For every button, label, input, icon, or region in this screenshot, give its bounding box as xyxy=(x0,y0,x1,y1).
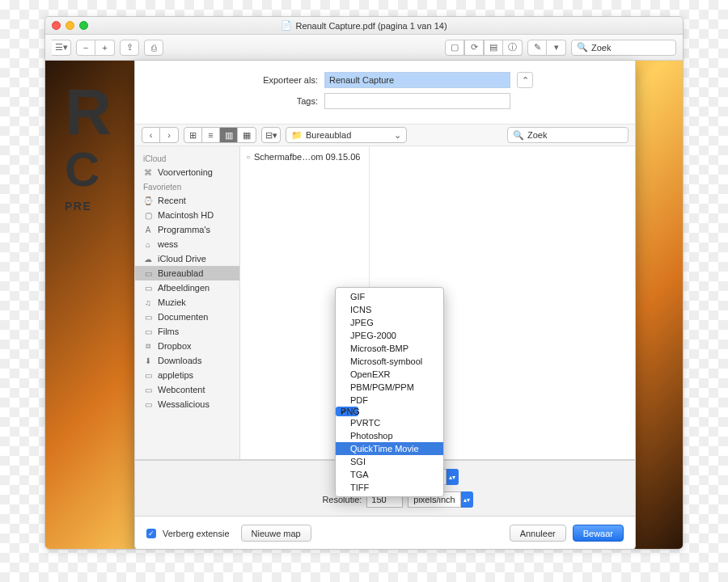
zoom-in-icon[interactable]: + xyxy=(95,40,115,56)
cancel-button[interactable]: Annuleer xyxy=(510,525,566,542)
sidebar-item-label: Recent xyxy=(158,196,186,205)
sidebar-item[interactable]: ▭Afbeeldingen xyxy=(135,280,239,295)
sidebar-item-icon: ♫ xyxy=(143,297,153,307)
format-option[interactable]: OpenEXR xyxy=(336,368,443,381)
format-option[interactable]: Microsoft-BMP xyxy=(336,342,443,355)
sidebar-item-label: Webcontent xyxy=(158,385,205,394)
tags-label: Tags: xyxy=(237,96,318,106)
export-filename-input[interactable] xyxy=(324,72,510,88)
sidebar-item[interactable]: ♫Muziek xyxy=(135,295,239,310)
format-option[interactable]: TGA xyxy=(336,468,443,481)
window-title: 📄 Renault Capture.pdf (pagina 1 van 14) xyxy=(45,20,683,31)
print-icon[interactable]: ⎙ xyxy=(144,40,163,56)
sidebar-item[interactable]: ▭Documenten xyxy=(135,310,239,324)
view-mode: ⊞ ≡ ▥ ▦ xyxy=(184,127,256,143)
expand-button[interactable]: ⌃ xyxy=(517,72,533,88)
sidebar-item[interactable]: ⧈Dropbox xyxy=(135,339,239,353)
search-icon: 🔍 xyxy=(577,42,588,53)
sidebar-item[interactable]: ☁iCloud Drive xyxy=(135,251,239,266)
pdf-icon: 📄 xyxy=(281,20,292,31)
sidebar-item[interactable]: ▭Bureaublad xyxy=(135,266,239,280)
hide-extension-checkbox[interactable]: ✓ xyxy=(146,529,156,538)
format-option[interactable]: QuickTime Movie xyxy=(336,442,443,455)
sidebar-item[interactable]: ⌘Voorvertoning xyxy=(135,165,239,179)
format-option[interactable]: SGI xyxy=(336,455,443,468)
view-icon-grid[interactable]: ⊞ xyxy=(184,128,202,142)
sidebar-item-icon: ⌂ xyxy=(143,239,153,249)
view-icon-gallery[interactable]: ▦ xyxy=(238,128,256,142)
finder-search[interactable]: 🔍 Zoek xyxy=(507,127,629,143)
sidebar-item-label: wess xyxy=(158,239,178,249)
format-option[interactable]: ICNS xyxy=(336,303,443,316)
arrange-group[interactable]: ⊟▾ xyxy=(261,127,281,143)
sidebar-item-icon: ▭ xyxy=(143,268,153,278)
titlebar: 📄 Renault Capture.pdf (pagina 1 van 14) xyxy=(45,17,683,35)
format-option[interactable]: PDF xyxy=(336,394,443,407)
chevron-updown-icon: ⌄ xyxy=(394,130,401,141)
toolbar-search[interactable]: 🔍 Zoek xyxy=(571,40,676,56)
document-preview: R C PRE xyxy=(65,85,112,213)
info-icon[interactable]: ⓘ xyxy=(503,40,523,56)
format-option[interactable]: TIFF xyxy=(336,481,443,494)
sidebar-item-icon: ⌚ xyxy=(143,196,153,205)
sidebar-item[interactable]: ⌚Recent xyxy=(135,193,239,208)
sidebar-item-label: Downloads xyxy=(158,356,201,365)
tags-row: Tags: xyxy=(135,91,635,116)
highlight-icon[interactable]: ▢ xyxy=(445,40,464,56)
format-option[interactable]: JPEG-2000 xyxy=(336,329,443,342)
new-folder-button[interactable]: Nieuwe map xyxy=(241,525,311,542)
back-icon[interactable]: ‹ xyxy=(142,128,160,142)
sidebar-item-label: Voorvertoning xyxy=(158,167,213,177)
document-area: R C PRE Exporteer als: ⌃ Tags: ‹ › xyxy=(45,61,683,549)
sidebar-item[interactable]: AProgramma's xyxy=(135,222,239,237)
view-icon-columns[interactable]: ▥ xyxy=(220,128,238,142)
tools-group: ▢ ⟳ ▤ ⓘ xyxy=(445,40,523,56)
view-icon-list[interactable]: ≡ xyxy=(202,128,220,142)
sidebar-item-icon: ☁ xyxy=(143,254,153,264)
edit-chevron-icon[interactable]: ▾ xyxy=(547,40,566,56)
sidebar-toggle-group[interactable]: ☰▾ xyxy=(52,40,71,56)
edit-icon[interactable]: ✎ xyxy=(527,40,547,56)
sidebar-item[interactable]: ▭Films xyxy=(135,324,239,339)
sidebar-item-label: Bureaublad xyxy=(158,268,203,278)
app-window: 📄 Renault Capture.pdf (pagina 1 van 14) … xyxy=(44,16,684,550)
sidebar-item[interactable]: ▭appletips xyxy=(135,368,239,382)
share-icon[interactable]: ⇪ xyxy=(120,40,139,56)
file-item[interactable]: ▫Schermafbe…om 09.15.06 xyxy=(240,150,369,164)
format-option[interactable]: PBM/PGM/PPM xyxy=(336,381,443,394)
sidebar-item-label: iCloud Drive xyxy=(158,254,206,264)
sidebar-item[interactable]: ⌂wess xyxy=(135,237,239,251)
location-label: Bureaublad xyxy=(306,130,351,140)
forward-icon[interactable]: › xyxy=(160,128,178,142)
sidebar-icon[interactable]: ☰▾ xyxy=(52,40,71,56)
format-option[interactable]: GIF xyxy=(336,290,443,303)
export-label: Exporteer als: xyxy=(237,75,318,85)
sidebar-item-label: Afbeeldingen xyxy=(158,283,210,293)
format-option[interactable]: Microsoft-symbool xyxy=(336,355,443,368)
sidebar-item-icon: ▭ xyxy=(143,370,153,380)
sidebar-item[interactable]: ▭Wessalicious xyxy=(135,397,239,411)
sidebar-item-label: Documenten xyxy=(158,312,208,322)
nav-arrows: ‹ › xyxy=(142,127,179,143)
toolbar-search-placeholder: Zoek xyxy=(591,43,611,53)
sidebar-item[interactable]: ▭Webcontent xyxy=(135,382,239,397)
format-option[interactable]: PNG xyxy=(336,407,358,416)
format-option[interactable]: JPEG xyxy=(336,316,443,329)
arrange-icon[interactable]: ⊟▾ xyxy=(262,128,280,142)
sidebar-section-header: Favorieten xyxy=(135,179,239,193)
zoom-group: − + xyxy=(76,40,115,56)
bg-text-2: C xyxy=(65,148,112,192)
sidebar-item[interactable]: ▢Macintosh HD xyxy=(135,208,239,222)
tags-input[interactable] xyxy=(324,93,510,109)
zoom-out-icon[interactable]: − xyxy=(76,40,95,56)
sidebar-item-label: Films xyxy=(158,327,179,336)
location-dropdown[interactable]: 📁 Bureaublad ⌄ xyxy=(286,127,407,143)
sidebar-item-icon: ▢ xyxy=(143,210,153,220)
format-option[interactable]: Photoshop xyxy=(336,429,443,442)
sidebar-item[interactable]: ⬇Downloads xyxy=(135,353,239,368)
rotate-icon[interactable]: ⟳ xyxy=(464,40,484,56)
sheet-footer: ✓ Verberg extensie Nieuwe map Annuleer B… xyxy=(135,516,635,550)
save-button[interactable]: Bewaar xyxy=(573,525,624,542)
markup-icon[interactable]: ▤ xyxy=(484,40,503,56)
format-option[interactable]: PVRTC xyxy=(336,416,443,429)
